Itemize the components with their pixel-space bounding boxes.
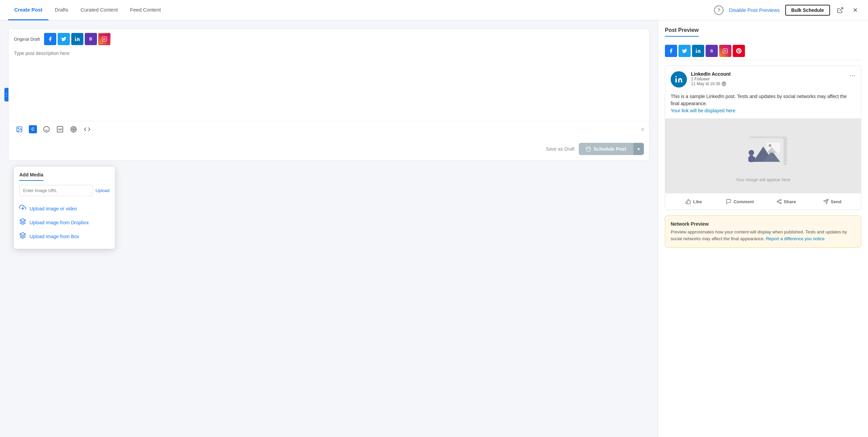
tab-create-post[interactable]: Create Post <box>8 0 48 20</box>
top-navigation: Create Post Drafts Curated Content Feed … <box>0 0 868 20</box>
svg-line-45 <box>778 202 780 203</box>
upload-cloud-icon <box>19 204 26 213</box>
close-icon[interactable]: ✕ <box>850 5 860 15</box>
content-icon[interactable]: C <box>27 124 38 135</box>
social-tab-instagram[interactable] <box>98 33 111 45</box>
linkedin-preview-card: LinkedIn Account 2 Follower 11 May at 16… <box>665 65 861 210</box>
action-row: Save as Draft Schedule Post ▾ <box>8 137 649 160</box>
upload-dropbox-option[interactable]: Upload image from Dropbox <box>19 215 110 229</box>
schedule-btn-group: Schedule Post ▾ <box>579 143 644 155</box>
export-icon[interactable] <box>835 5 845 15</box>
linkedin-like-button[interactable]: Like <box>671 196 717 207</box>
drag-handle[interactable]: ⋮ <box>4 88 8 101</box>
svg-point-27 <box>675 76 677 77</box>
svg-point-40 <box>769 144 771 147</box>
code-icon[interactable] <box>82 124 93 135</box>
social-tab-linkedin[interactable] <box>71 33 83 45</box>
preview-tab-instagram[interactable] <box>719 45 731 57</box>
linkedin-share-button[interactable]: Share <box>763 196 809 207</box>
svg-point-43 <box>777 201 778 202</box>
save-draft-button[interactable]: Save as Draft <box>546 146 575 152</box>
upload-box-label: Upload image from Box <box>29 234 79 239</box>
preview-tab-twitter[interactable] <box>678 45 691 57</box>
url-input-row: Upload <box>19 185 110 196</box>
original-draft-label: Original Draft <box>14 37 40 42</box>
add-media-icon[interactable] <box>14 124 25 135</box>
editor-card: ⋮ Original Draft B <box>8 28 650 161</box>
linkedin-avatar <box>671 71 687 88</box>
upload-image-video-label: Upload image or video <box>29 206 77 211</box>
post-preview-title: Post Preview <box>665 27 699 37</box>
nav-tabs: Create Post Drafts Curated Content Feed … <box>8 0 167 20</box>
schedule-dropdown-button[interactable]: ▾ <box>633 143 644 155</box>
svg-line-0 <box>840 7 843 11</box>
nav-right-actions: ? Disable Post Previews Bulk Schedule ✕ <box>714 5 860 16</box>
svg-rect-3 <box>102 37 106 41</box>
linkedin-post-text: This is a sample LinkedIn post. Tests an… <box>665 93 861 118</box>
linkedin-send-button[interactable]: Send <box>809 196 855 207</box>
disable-post-previews-link[interactable]: Disable Post Previews <box>729 7 780 13</box>
svg-marker-21 <box>20 233 26 235</box>
linkedin-more-options[interactable]: ··· <box>850 71 855 79</box>
linkedin-account-name: LinkedIn Account <box>691 71 846 77</box>
linkedin-comment-button[interactable]: Comment <box>717 196 763 207</box>
social-tab-facebook[interactable] <box>44 33 56 45</box>
svg-rect-1 <box>75 38 76 41</box>
upload-image-video-option[interactable]: Upload image or video <box>19 202 110 215</box>
svg-rect-24 <box>723 49 727 53</box>
tab-feed-content[interactable]: Feed Content <box>124 0 167 20</box>
svg-point-2 <box>75 37 76 38</box>
editor-toolbar: C GIF 0 <box>8 121 649 137</box>
svg-marker-20 <box>20 219 26 222</box>
add-media-title: Add Media <box>19 172 43 181</box>
tab-drafts[interactable]: Drafts <box>48 0 74 20</box>
upload-dropbox-label: Upload image from Dropbox <box>29 220 89 225</box>
schedule-post-button[interactable]: Schedule Post <box>579 143 633 155</box>
left-panel: ⋮ Original Draft B <box>0 20 658 437</box>
network-preview-text: Preview approximates how your content wi… <box>671 229 855 242</box>
social-tab-twitter[interactable] <box>58 33 70 45</box>
preview-tab-buffer[interactable]: B <box>706 45 718 57</box>
report-difference-link[interactable]: Report a difference you notice <box>766 236 825 241</box>
bulk-schedule-button[interactable]: Bulk Schedule <box>785 5 830 16</box>
svg-rect-26 <box>675 78 677 82</box>
emoji-icon[interactable] <box>41 124 52 135</box>
linkedin-account-info: LinkedIn Account 2 Follower 11 May at 16… <box>691 71 846 86</box>
svg-text:GIF: GIF <box>58 128 62 131</box>
svg-rect-37 <box>748 157 750 162</box>
post-text-area[interactable] <box>8 45 649 120</box>
svg-point-44 <box>780 203 781 204</box>
upload-link[interactable]: Upload <box>96 188 110 193</box>
preview-tab-linkedin[interactable] <box>692 45 704 57</box>
svg-line-46 <box>778 200 780 201</box>
linkedin-link-placeholder[interactable]: Your link will be displayed here <box>671 108 735 113</box>
social-tabs-row: Original Draft B <box>8 29 649 45</box>
gif-icon[interactable]: GIF <box>55 124 65 135</box>
right-panel: Post Preview B <box>658 20 868 437</box>
network-preview-box: Network Preview Preview approximates how… <box>665 215 861 248</box>
svg-point-7 <box>44 127 50 132</box>
linkedin-post-header: LinkedIn Account 2 Follower 11 May at 16… <box>665 66 861 93</box>
image-url-input[interactable] <box>19 185 93 196</box>
social-tab-buffer[interactable]: B <box>85 33 97 45</box>
preview-social-tabs: B <box>665 45 861 60</box>
linkedin-image-placeholder: Your Image will appear here <box>665 118 861 193</box>
targeting-icon[interactable] <box>68 124 79 135</box>
linkedin-followers: 2 Follower <box>691 77 846 81</box>
help-icon[interactable]: ? <box>714 5 724 15</box>
preview-tab-facebook[interactable] <box>665 45 677 57</box>
network-preview-title: Network Preview <box>671 221 855 227</box>
image-placeholder-text: Your Image will appear here <box>736 177 790 182</box>
svg-point-6 <box>18 128 19 129</box>
svg-point-13 <box>72 128 75 131</box>
preview-tab-pinterest[interactable] <box>733 45 745 57</box>
tab-curated-content[interactable]: Curated Content <box>74 0 124 20</box>
svg-point-42 <box>780 199 781 201</box>
linkedin-post-date: 11 May at 16:36 <box>691 81 846 86</box>
upload-box-option[interactable]: Upload image from Box <box>19 229 110 243</box>
svg-rect-22 <box>696 50 697 53</box>
add-media-dropdown: Add Media Upload Upload image or video U… <box>14 166 115 249</box>
dropbox-icon <box>19 218 26 227</box>
main-content: ⋮ Original Draft B <box>0 20 868 437</box>
char-count: 0 <box>642 127 644 132</box>
